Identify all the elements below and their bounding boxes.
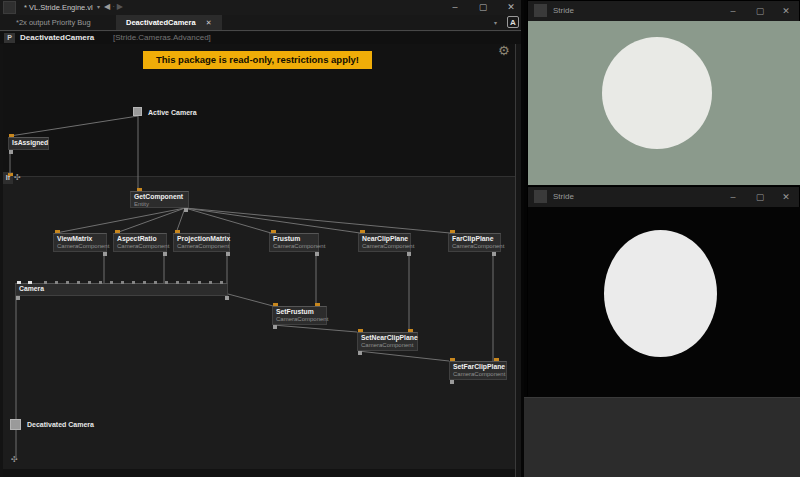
input-pin[interactable] xyxy=(115,230,120,233)
stride-1-titlebar[interactable]: Stride – ▢ ✕ xyxy=(528,1,799,21)
input-pin[interactable] xyxy=(220,281,223,284)
tab-overflow-icon[interactable]: ▾ xyxy=(494,19,497,26)
editor-titlebar[interactable]: * VL.Stride.Engine.vl ▾ ◀·▶ – ▢ ✕ xyxy=(0,0,524,15)
output-pin[interactable] xyxy=(225,296,229,300)
node-aspectratio[interactable]: AspectRatioCameraComponent xyxy=(113,233,167,252)
maximize-button[interactable]: ▢ xyxy=(750,4,770,18)
node-frustum[interactable]: FrustumCameraComponent xyxy=(269,233,319,252)
output-pin[interactable] xyxy=(450,380,454,384)
input-pin[interactable] xyxy=(315,303,320,306)
node-setfrustum[interactable]: SetFrustumCameraComponent xyxy=(272,306,327,325)
toggle-comments-button[interactable]: A xyxy=(507,16,519,28)
tab-close-icon[interactable]: ✕ xyxy=(206,19,212,26)
input-pin[interactable] xyxy=(137,188,142,191)
input-pin[interactable] xyxy=(110,281,113,284)
tab--2x-output-priority-bug[interactable]: *2x output Priority Bug xyxy=(6,15,101,30)
node-subtitle: CameraComponent xyxy=(362,243,407,250)
node-title: AspectRatio xyxy=(117,235,163,243)
pad-active-camera[interactable]: Active Camera xyxy=(133,107,142,116)
node-getcomponent[interactable]: GetComponentEntity xyxy=(130,191,189,208)
node-subtitle: CameraComponent xyxy=(273,243,315,250)
input-pin[interactable] xyxy=(99,281,102,284)
tab-strip: ▾ A *2x output Priority BugDeactivatedCa… xyxy=(0,15,524,31)
input-pin[interactable] xyxy=(121,281,124,284)
minimize-button[interactable]: – xyxy=(723,190,743,204)
input-pin[interactable] xyxy=(154,281,157,284)
node-farclipplane[interactable]: FarClipPlaneCameraComponent xyxy=(448,233,501,252)
node-setnearclipplane[interactable]: SetNearClipPlaneCameraComponent xyxy=(357,332,418,351)
pad-decativated-camera[interactable]: Decativated Camera xyxy=(10,419,21,430)
input-pin[interactable] xyxy=(198,281,201,284)
close-button[interactable]: ✕ xyxy=(776,4,796,18)
maximize-button[interactable]: ▢ xyxy=(472,1,494,14)
input-pin[interactable] xyxy=(273,303,278,306)
input-pin[interactable] xyxy=(132,281,135,284)
output-pin[interactable] xyxy=(407,252,411,256)
minimize-button[interactable]: – xyxy=(444,1,466,14)
input-pin[interactable] xyxy=(55,230,60,233)
node-camera[interactable]: Camera xyxy=(15,283,228,296)
readonly-banner: This package is read-only, restrictions … xyxy=(143,51,372,69)
input-pin[interactable] xyxy=(494,358,499,361)
output-pin[interactable] xyxy=(184,208,188,212)
input-pin[interactable] xyxy=(44,281,47,284)
input-pin[interactable] xyxy=(175,230,180,233)
node-title: FarClipPlane xyxy=(452,235,497,243)
node-projectionmatrix[interactable]: ProjectionMatrixCameraComponent xyxy=(173,233,230,252)
title-dropdown-icon[interactable]: ▾ xyxy=(97,3,100,10)
output-pin[interactable] xyxy=(358,351,362,355)
input-pin[interactable] xyxy=(176,281,179,284)
output-pin[interactable] xyxy=(163,252,167,256)
breadcrumb-name[interactable]: DeactivatedCamera xyxy=(20,33,94,42)
node-title: Frustum xyxy=(273,235,315,243)
stride-2-titlebar[interactable]: Stride – ▢ ✕ xyxy=(528,187,799,207)
output-pin[interactable] xyxy=(16,296,20,300)
maximize-button[interactable]: ▢ xyxy=(750,190,770,204)
input-pin[interactable] xyxy=(55,281,58,284)
input-pin[interactable] xyxy=(66,281,69,284)
output-pin[interactable] xyxy=(492,252,496,256)
rendered-sphere xyxy=(604,230,717,357)
tab-deactivatedcamera[interactable]: DeactivatedCamera✕ xyxy=(116,15,222,30)
input-pin[interactable] xyxy=(450,358,455,361)
node-setfarclipplane[interactable]: SetFarClipPlaneCameraComponent xyxy=(449,361,507,380)
close-button[interactable]: ✕ xyxy=(776,190,796,204)
input-pin[interactable] xyxy=(209,281,212,284)
output-pin[interactable] xyxy=(103,252,107,256)
stride-window-icon xyxy=(534,4,547,17)
close-button[interactable]: ✕ xyxy=(500,1,522,14)
node-viewmatrix[interactable]: ViewMatrixCameraComponent xyxy=(53,233,107,252)
vl-editor-window: * VL.Stride.Engine.vl ▾ ◀·▶ – ▢ ✕ ▾ A *2… xyxy=(0,0,524,477)
input-pin[interactable] xyxy=(358,329,363,332)
nav-back-icon[interactable]: ◀ xyxy=(104,2,112,11)
input-pin[interactable] xyxy=(450,230,455,233)
input-pin[interactable] xyxy=(88,281,91,284)
node-subtitle: CameraComponent xyxy=(57,243,103,250)
gear-icon[interactable]: ⚙ xyxy=(498,44,510,58)
input-pin[interactable] xyxy=(9,134,14,137)
input-pin[interactable] xyxy=(28,281,32,284)
tab-label: *2x output Priority Bug xyxy=(16,18,91,27)
stride-window-title: Stride xyxy=(553,192,574,201)
output-pin[interactable] xyxy=(315,252,319,256)
nav-forward-icon[interactable]: ▶ xyxy=(117,2,125,11)
patch-canvas[interactable]: If ✣ ✣ IsAssignedGetComponentEntityViewM… xyxy=(3,44,515,477)
input-pin[interactable] xyxy=(17,281,21,284)
output-pin[interactable] xyxy=(9,150,13,154)
render-viewport-1[interactable] xyxy=(528,21,800,185)
render-viewport-2[interactable] xyxy=(528,207,800,397)
input-pin[interactable] xyxy=(77,281,80,284)
node-title: SetNearClipPlane xyxy=(361,334,414,342)
input-pin[interactable] xyxy=(360,230,365,233)
node-isassigned[interactable]: IsAssigned xyxy=(8,137,49,150)
output-pin[interactable] xyxy=(273,325,277,329)
input-pin[interactable] xyxy=(408,329,413,332)
input-pin[interactable] xyxy=(165,281,168,284)
output-pin[interactable] xyxy=(226,252,230,256)
minimize-button[interactable]: – xyxy=(723,4,743,18)
node-nearclipplane[interactable]: NearClipPlaneCameraComponent xyxy=(358,233,411,252)
input-pin[interactable] xyxy=(271,230,276,233)
input-pin[interactable] xyxy=(187,281,190,284)
input-pin[interactable] xyxy=(143,281,146,284)
node-title: ProjectionMatrix xyxy=(177,235,226,243)
